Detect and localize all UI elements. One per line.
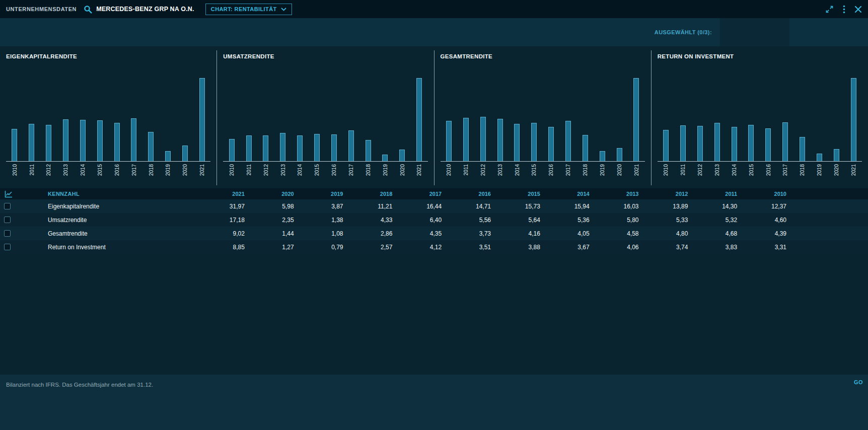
year-tick: 2017 bbox=[560, 164, 577, 185]
value-2021: 8,85 bbox=[197, 244, 247, 251]
chart-type-dropdown[interactable]: CHART: RENTABILITÄT bbox=[205, 4, 292, 15]
year-tick-label: 2020 bbox=[182, 164, 188, 176]
value-2020: 1,44 bbox=[247, 230, 296, 237]
app-window: UNTERNEHMENSDATEN MERCEDES-BENZ GRP NA O… bbox=[0, 0, 868, 430]
app-title: UNTERNEHMENSDATEN bbox=[6, 6, 77, 12]
bar-2021 bbox=[633, 78, 639, 161]
bar-2016 bbox=[114, 123, 120, 161]
row-checkbox[interactable] bbox=[4, 217, 11, 223]
metric-label: Return on Investment bbox=[20, 244, 197, 251]
row-checkbox[interactable] bbox=[4, 230, 11, 237]
bar-slot bbox=[457, 118, 474, 161]
expand-icon[interactable] bbox=[825, 5, 834, 14]
year-tick-label: 2014 bbox=[297, 164, 303, 176]
row-checkbox[interactable] bbox=[4, 203, 11, 209]
bar-2011 bbox=[463, 118, 469, 161]
bar-slot bbox=[91, 120, 108, 161]
bar-slot bbox=[594, 151, 611, 161]
year-tick: 2018 bbox=[142, 164, 160, 185]
bar-2016 bbox=[548, 127, 554, 161]
bar-2015 bbox=[531, 123, 537, 161]
bar-slot bbox=[193, 78, 210, 161]
bar-2014 bbox=[297, 135, 303, 161]
value-2014: 15,94 bbox=[542, 203, 592, 210]
column-header-2014: 2014 bbox=[542, 191, 592, 197]
value-2021: 17,18 bbox=[197, 217, 247, 224]
search-icon[interactable] bbox=[84, 5, 92, 14]
value-2017: 16,44 bbox=[394, 203, 444, 210]
column-header-2021: 2021 bbox=[197, 191, 247, 197]
year-tick: 2013 bbox=[57, 164, 75, 185]
bar-2013 bbox=[280, 133, 285, 161]
bar-2017 bbox=[131, 118, 136, 161]
value-2011: 5,32 bbox=[690, 217, 739, 224]
year-tick-label: 2011 bbox=[29, 164, 35, 176]
bar-slot bbox=[325, 134, 342, 161]
year-tick-label: 2017 bbox=[348, 164, 354, 176]
bars bbox=[658, 72, 862, 162]
go-link-icon[interactable]: GO bbox=[854, 379, 863, 385]
year-tick: 2014 bbox=[726, 164, 743, 185]
year-tick: 2016 bbox=[108, 164, 125, 185]
table-row-gesamtrendite: Gesamtrendite9,021,441,082,864,353,734,1… bbox=[0, 227, 868, 240]
footer: Bilanziert nach IFRS. Das Geschäftsjahr … bbox=[0, 375, 868, 430]
year-tick-label: 2013 bbox=[714, 164, 720, 176]
year-tick: 2019 bbox=[377, 164, 394, 185]
year-tick-label: 2019 bbox=[600, 164, 605, 176]
value-2021: 9,02 bbox=[197, 230, 247, 237]
row-checkbox[interactable] bbox=[4, 244, 11, 250]
chart-type-label: CHART: RENTABILITÄT bbox=[211, 6, 277, 12]
year-tick-label: 2018 bbox=[149, 164, 154, 176]
bar-2018 bbox=[800, 137, 805, 161]
chart-panel-return-on-investment: RETURN ON INVESTMENT20102011201220132014… bbox=[651, 50, 868, 185]
year-tick: 2016 bbox=[543, 164, 560, 185]
bar-2010 bbox=[229, 139, 235, 161]
bar-slot bbox=[377, 155, 394, 161]
year-tick: 2020 bbox=[394, 164, 411, 185]
bar-2012 bbox=[46, 125, 51, 161]
bar-2011 bbox=[680, 125, 686, 161]
table-chart-icon[interactable] bbox=[0, 190, 20, 198]
chevron-down-icon bbox=[281, 8, 286, 11]
bar-slot bbox=[526, 123, 543, 161]
year-tick: 2010 bbox=[223, 164, 240, 185]
bar-2018 bbox=[148, 132, 154, 161]
close-icon[interactable] bbox=[854, 6, 862, 13]
chart-panel-umsatzrendite: UMSATZRENDITE201020112012201320142015201… bbox=[216, 50, 433, 185]
bar-slot bbox=[359, 140, 377, 161]
year-tick: 2014 bbox=[292, 164, 309, 185]
kebab-menu-icon[interactable] bbox=[843, 5, 845, 14]
year-tick: 2011 bbox=[240, 164, 257, 185]
year-tick-label: 2020 bbox=[617, 164, 622, 176]
value-2017: 4,12 bbox=[394, 244, 444, 251]
bar-2021 bbox=[199, 78, 205, 161]
bar-slot bbox=[794, 137, 811, 161]
column-header-2012: 2012 bbox=[641, 191, 690, 197]
year-tick: 2015 bbox=[91, 164, 108, 185]
value-2015: 3,88 bbox=[493, 244, 542, 251]
year-tick-label: 2012 bbox=[263, 164, 269, 176]
selected-count-label: AUSGEWÄHLT (0/3): bbox=[655, 29, 712, 35]
chart-title: RETURN ON INVESTMENT bbox=[658, 53, 862, 61]
year-tick: 2011 bbox=[675, 164, 692, 185]
bar-2020 bbox=[834, 149, 839, 161]
checkbox-cell bbox=[0, 230, 20, 237]
value-2020: 2,35 bbox=[247, 217, 296, 224]
value-2019: 1,08 bbox=[296, 230, 345, 237]
year-tick-label: 2019 bbox=[383, 164, 388, 176]
year-tick: 2015 bbox=[526, 164, 543, 185]
bar-slot bbox=[108, 123, 125, 161]
bar-2017 bbox=[348, 130, 354, 161]
bar-2014 bbox=[514, 124, 520, 161]
bar-slot bbox=[491, 119, 509, 161]
value-2010: 4,60 bbox=[739, 217, 788, 224]
footer-note: Bilanziert nach IFRS. Das Geschäftsjahr … bbox=[6, 382, 153, 388]
table-row-eigenkapitalrendite: Eigenkapitalrendite31,975,983,8711,2116,… bbox=[0, 199, 868, 213]
year-tick-label: 2020 bbox=[834, 164, 839, 176]
year-tick-label: 2013 bbox=[280, 164, 286, 176]
bars bbox=[6, 72, 210, 162]
year-tick-label: 2014 bbox=[515, 164, 520, 176]
charts-row: EIGENKAPITALRENDITE201020112012201320142… bbox=[0, 46, 868, 185]
bar-2015 bbox=[314, 134, 320, 161]
year-tick-label: 2014 bbox=[80, 164, 86, 176]
